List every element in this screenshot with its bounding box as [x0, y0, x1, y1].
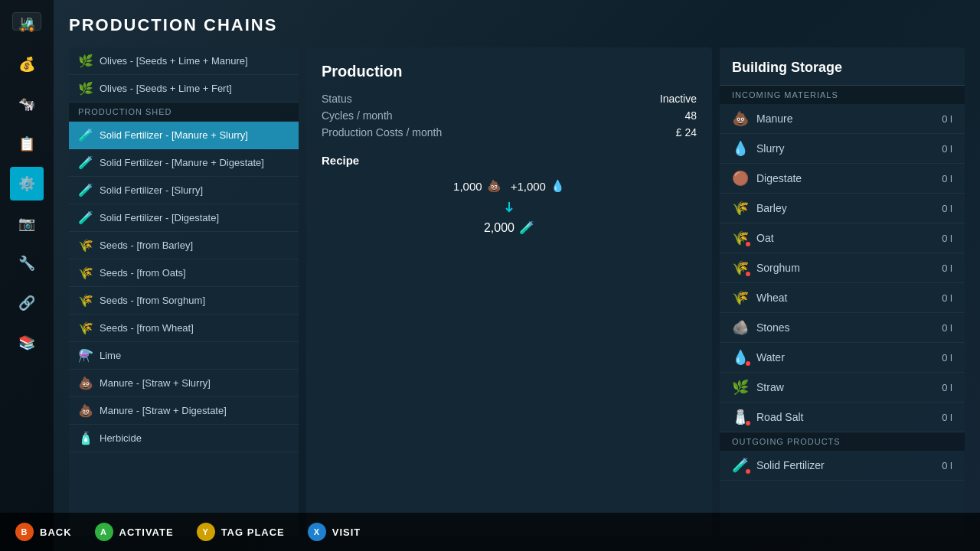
- recipe-output: 2,000 🧪: [322, 220, 697, 235]
- main-content: PRODUCTION CHAINS 🌿 Olives - [Seeds + Li…: [54, 0, 980, 551]
- storage-item-barley: 🌾 Barley 0 l: [720, 194, 965, 223]
- recipe-arrow-icon: [501, 199, 517, 214]
- recipe-output-icon: 🧪: [519, 220, 534, 235]
- list-item-seeds-barley[interactable]: 🌾 Seeds - [from Barley]: [69, 232, 299, 259]
- road-salt-storage-icon: 🧂: [732, 409, 749, 425]
- book-icon[interactable]: 📋: [10, 127, 44, 161]
- solid-fert-icon: 🧪: [78, 128, 93, 142]
- b-button-circle: B: [15, 523, 34, 541]
- water-storage-icon: 💧: [732, 349, 749, 366]
- back-button[interactable]: B BACK: [15, 523, 72, 541]
- slurry-storage-icon: 💧: [732, 140, 749, 157]
- olives-icon: 🌿: [78, 54, 93, 68]
- storage-item-digestate: 🟤 Digestate 0 l: [720, 164, 965, 194]
- solid-fert4-icon: 🧪: [78, 210, 93, 225]
- section-header-production-shed: PRODUCTION SHED: [69, 103, 299, 122]
- storage-item-stones: 🪨 Stones 0 l: [720, 313, 965, 343]
- recipe-amount1: 1,000: [453, 180, 482, 193]
- list-item-herbicide[interactable]: 🧴 Herbicide: [69, 425, 299, 452]
- storage-title: Building Storage: [720, 47, 965, 86]
- activate-label: ACTIVATE: [119, 527, 174, 538]
- stat-cycles: Cycles / month 48: [322, 109, 697, 122]
- recipe-output-amount: 2,000: [484, 221, 514, 235]
- wheat-storage-icon: 🌾: [732, 289, 749, 306]
- storage-item-solid-fert: 🧪 Solid Fertilizer 0 l: [720, 451, 965, 481]
- storage-item-wheat: 🌾 Wheat 0 l: [720, 283, 965, 313]
- list-item-manure-straw-slurry[interactable]: 💩 Manure - [Straw + Slurry]: [69, 370, 299, 397]
- stones-storage-icon: 🪨: [732, 319, 749, 336]
- bottom-bar: B BACK A ACTIVATE Y TAG PLACE X VISIT: [0, 513, 980, 551]
- list-item-solid-fert-digestate[interactable]: 🧪 Solid Fertilizer - [Digestate]: [69, 204, 299, 232]
- y-button-circle: Y: [197, 523, 215, 541]
- lime-icon: ⚗️: [78, 348, 93, 363]
- stat-cost: Production Costs / month £ 24: [322, 126, 697, 139]
- list-item-solid-fert-manure-slurry[interactable]: 🧪 Solid Fertilizer - [Manure + Slurry]: [69, 122, 299, 149]
- production-panel: Production Status Inactive Cycles / mont…: [306, 47, 712, 536]
- x-button-circle: X: [308, 523, 326, 541]
- library-icon[interactable]: 📚: [10, 326, 44, 360]
- solid-fert2-icon: 🧪: [78, 155, 93, 170]
- digestate-storage-icon: 🟤: [732, 170, 749, 187]
- storage-item-water: 💧 Water 0 l: [720, 343, 965, 373]
- storage-item-oat: 🌾 Oat 0 l: [720, 223, 965, 253]
- herbicide-icon: 🧴: [78, 431, 93, 445]
- oat-storage-icon: 🌾: [732, 230, 749, 246]
- outgoing-products-header: OUTGOING PRODUCTS: [720, 432, 965, 451]
- recipe-icon1: 💩: [487, 179, 501, 193]
- storage-item-straw: 🌿 Straw 0 l: [720, 373, 965, 403]
- back-label: BACK: [40, 527, 72, 538]
- storage-panel: Building Storage INCOMING MATERIALS 💩 Ma…: [720, 47, 965, 536]
- storage-item-sorghum: 🌾 Sorghum 0 l: [720, 253, 965, 283]
- money-icon[interactable]: 💰: [10, 47, 44, 81]
- a-button-circle: A: [95, 523, 113, 541]
- list-item-lime[interactable]: ⚗️ Lime: [69, 342, 299, 370]
- storage-item-manure: 💩 Manure 0 l: [720, 104, 965, 134]
- factory-icon[interactable]: ⚙️: [10, 167, 44, 201]
- visit-button[interactable]: X VISIT: [308, 523, 361, 541]
- tag-place-label: TAG PLACE: [221, 527, 285, 538]
- straw-storage-icon: 🌿: [732, 379, 749, 396]
- cow-icon[interactable]: 🐄: [10, 87, 44, 121]
- solid-fert-storage-icon: 🧪: [732, 457, 749, 474]
- panels-row: 🌿 Olives - [Seeds + Lime + Manure] 🌿 Oli…: [69, 47, 965, 536]
- list-item-olives-lime-manure[interactable]: 🌿 Olives - [Seeds + Lime + Manure]: [69, 47, 299, 75]
- stat-status: Status Inactive: [322, 93, 697, 105]
- camera-icon[interactable]: 📷: [10, 207, 44, 240]
- tag-place-button[interactable]: Y TAG PLACE: [197, 523, 285, 541]
- list-item-solid-fert-manure-digestate[interactable]: 🧪 Solid Fertilizer - [Manure + Digestate…: [69, 149, 299, 177]
- storage-item-slurry: 💧 Slurry 0 l: [720, 134, 965, 164]
- recipe-section: Recipe 1,000 💩 +1,000 💧: [322, 154, 697, 235]
- storage-item-road-salt: 🧂 Road Salt 0 l: [720, 403, 965, 432]
- barley-storage-icon: 🌾: [732, 200, 749, 217]
- seeds-oats-icon: 🌾: [78, 266, 93, 280]
- list-item-seeds-oats[interactable]: 🌾 Seeds - [from Oats]: [69, 259, 299, 287]
- incoming-materials-header: INCOMING MATERIALS: [720, 86, 965, 104]
- sorghum-storage-icon: 🌾: [732, 259, 749, 276]
- list-item-manure-straw-digestate[interactable]: 💩 Manure - [Straw + Digestate]: [69, 397, 299, 425]
- seeds-barley-icon: 🌾: [78, 238, 93, 253]
- page-title: PRODUCTION CHAINS: [69, 15, 965, 35]
- production-title: Production: [322, 63, 697, 80]
- olives2-icon: 🌿: [78, 81, 93, 96]
- manure2-icon: 💩: [78, 403, 93, 418]
- seeds-wheat-icon: 🌾: [78, 321, 93, 335]
- list-item-seeds-wheat[interactable]: 🌾 Seeds - [from Wheat]: [69, 315, 299, 342]
- manure-storage-icon: 💩: [732, 110, 749, 127]
- activate-button[interactable]: A ACTIVATE: [95, 523, 174, 541]
- list-panel[interactable]: 🌿 Olives - [Seeds + Lime + Manure] 🌿 Oli…: [69, 47, 299, 536]
- manure-icon: 💩: [78, 376, 93, 390]
- left-sidebar: 🚜 💰 🐄 📋 ⚙️ 📷 🔧 🔗 📚: [0, 0, 54, 551]
- network-icon[interactable]: 🔗: [10, 286, 44, 320]
- recipe-icon2: 💧: [550, 179, 565, 193]
- recipe-inputs: 1,000 💩 +1,000 💧: [322, 179, 697, 193]
- storage-list[interactable]: INCOMING MATERIALS 💩 Manure 0 l 💧 Slurry…: [720, 86, 965, 536]
- list-item-olives-lime-fert[interactable]: 🌿 Olives - [Seeds + Lime + Fert]: [69, 75, 299, 103]
- tractor-icon[interactable]: 🚜: [10, 8, 44, 41]
- seeds-sorghum-icon: 🌾: [78, 293, 93, 308]
- list-item-seeds-sorghum[interactable]: 🌾 Seeds - [from Sorghum]: [69, 287, 299, 315]
- recipe-input2: +1,000 💧: [511, 179, 565, 193]
- solid-fert3-icon: 🧪: [78, 183, 93, 197]
- settings-icon[interactable]: 🔧: [10, 246, 44, 280]
- recipe-amount2: +1,000: [511, 180, 546, 193]
- list-item-solid-fert-slurry[interactable]: 🧪 Solid Fertilizer - [Slurry]: [69, 177, 299, 204]
